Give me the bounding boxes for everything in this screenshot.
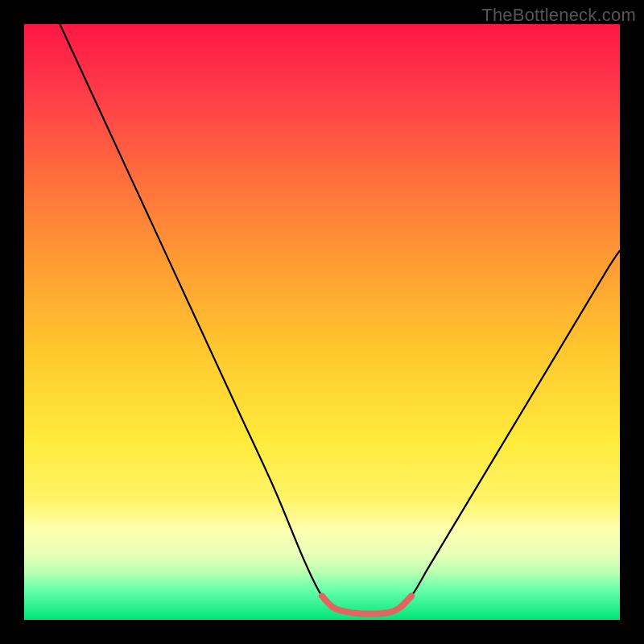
gradient-background	[24, 24, 620, 620]
chart-frame: TheBottleneck.com	[0, 0, 644, 644]
chart-svg	[24, 24, 620, 620]
watermark-text: TheBottleneck.com	[481, 5, 636, 26]
plot-area	[24, 24, 620, 620]
